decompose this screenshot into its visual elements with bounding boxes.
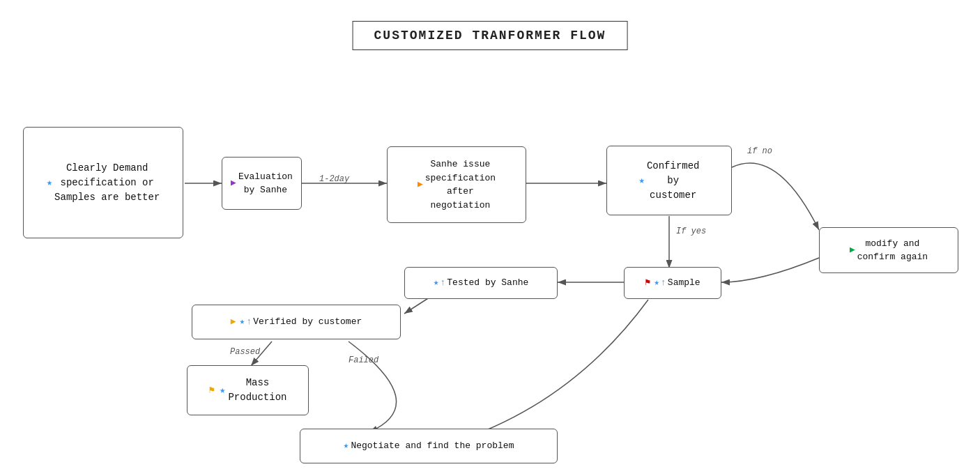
star-icon-sample: ★ xyxy=(654,276,659,290)
label-1-2day: 1-2day xyxy=(319,174,349,184)
arr-icon-tested: ↑ xyxy=(440,276,445,290)
label-failed: Failed xyxy=(349,355,378,365)
label-if-no: if no xyxy=(747,146,772,156)
node-mass-production: ⚑ ★ MassProduction xyxy=(187,365,309,415)
node-sample: ⚑ ★ ↑ Sample xyxy=(624,267,721,299)
title-box: CUSTOMIZED TRANFORMER FLOW xyxy=(353,21,628,50)
tri-icon-modify: ▶ xyxy=(850,243,855,257)
node-modify: ▶ modify andconfirm again xyxy=(819,227,958,273)
tri-icon-verified: ▶ xyxy=(231,315,236,329)
negotiate-label: Negotiate and find the problem xyxy=(351,439,514,453)
sanhe-issue-label: Sanhe issuespecificationafternegotiation xyxy=(425,158,496,212)
node-evaluation: ▶ Evaluationby Sanhe xyxy=(222,157,302,210)
label-if-yes: If yes xyxy=(676,227,706,236)
diagram-container: CUSTOMIZED TRANFORMER FLOW xyxy=(0,0,980,476)
node-tested: ★ ↑ Tested by Sanhe xyxy=(404,267,558,299)
sample-label: Sample xyxy=(668,276,700,290)
title-text: CUSTOMIZED TRANFORMER FLOW xyxy=(374,29,606,43)
star-icon-negotiate: ★ xyxy=(344,439,349,453)
star-icon-clearly: ★ xyxy=(47,176,52,190)
label-passed: Passed xyxy=(230,347,260,357)
tested-label: Tested by Sanhe xyxy=(447,276,528,290)
arr-icon-verified: ↑ xyxy=(246,315,252,329)
confirmed-label: Confirmedbycustomer xyxy=(647,159,700,203)
mass-production-label: MassProduction xyxy=(228,376,286,405)
star-icon-verified: ★ xyxy=(240,315,245,329)
tri-icon-evaluation: ▶ xyxy=(231,176,236,190)
modify-label: modify andconfirm again xyxy=(857,237,928,264)
tri-icon-mass: ⚑ xyxy=(209,383,215,398)
arr-icon-sample: ↑ xyxy=(661,276,666,290)
tri-icon-sanhe: ▶ xyxy=(418,178,423,192)
node-clearly-demand: ★ Clearly Demand specification or Sample… xyxy=(23,127,183,238)
verified-label: Verified by customer xyxy=(253,315,362,329)
tri-icon-sample: ⚑ xyxy=(645,276,650,290)
star-icon-mass: ★ xyxy=(220,383,225,398)
clearly-demand-label: Clearly Demand specification or Samples … xyxy=(54,161,160,205)
evaluation-label: Evaluationby Sanhe xyxy=(238,170,293,197)
star-icon-tested: ★ xyxy=(434,276,439,290)
node-confirmed: ★ Confirmedbycustomer xyxy=(606,146,732,215)
node-sanhe-issue: ▶ Sanhe issuespecificationafternegotiati… xyxy=(387,146,526,223)
node-negotiate: ★ Negotiate and find the problem xyxy=(300,429,558,463)
star-icon-confirmed: ★ xyxy=(638,174,644,188)
node-verified: ▶ ★ ↑ Verified by customer xyxy=(192,305,401,339)
